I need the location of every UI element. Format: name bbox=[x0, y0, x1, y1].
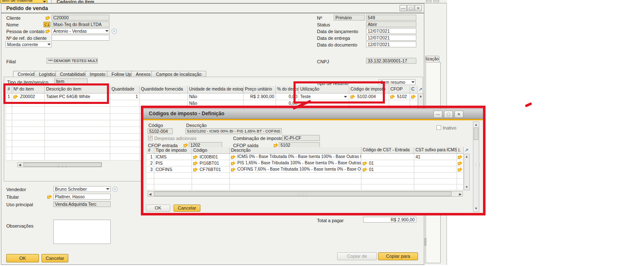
data-entrega-input[interactable]: 12/07/2021 bbox=[366, 35, 416, 41]
divider bbox=[51, 0, 52, 3]
total-pagar-label: Total a pagar bbox=[317, 218, 344, 223]
nome-label: Nome bbox=[6, 22, 18, 28]
col-quantidade[interactable]: Quantidade bbox=[110, 86, 140, 93]
list-circle-icon[interactable]: ≡ bbox=[112, 29, 117, 34]
data-lancamento-input[interactable]: 12/07/2021 bbox=[366, 28, 416, 34]
cnpj-label: CNPJ bbox=[317, 59, 329, 65]
status-field: Abrir bbox=[366, 21, 416, 27]
chevron-down-icon[interactable] bbox=[106, 188, 109, 190]
titular-input[interactable]: Plattner, Hasso bbox=[53, 194, 111, 200]
pessoa-contato-dropdown[interactable]: Antonio - Vendas bbox=[52, 28, 109, 34]
col-preco[interactable]: Preço unitário bbox=[244, 86, 276, 93]
cliente-label: Cliente bbox=[6, 16, 21, 21]
cell-um[interactable]: Não bbox=[188, 93, 244, 100]
cliente-field[interactable]: C20000 bbox=[52, 15, 109, 21]
chevron-down-icon[interactable] bbox=[411, 81, 415, 83]
item-material-combobox[interactable]: tem de material bbox=[0, 0, 47, 3]
filial-label: Filial bbox=[6, 59, 16, 65]
data-documento-label: Data do documento bbox=[317, 42, 357, 48]
status-label: Status bbox=[317, 22, 330, 28]
data-documento-input[interactable]: 12/07/2021 bbox=[366, 41, 416, 47]
chevron-down-icon bbox=[43, 1, 46, 3]
vendedor-label: Vendedor bbox=[6, 187, 26, 192]
cell-qtd-fornecida[interactable] bbox=[140, 93, 188, 100]
close-button[interactable]: ✕ bbox=[415, 5, 422, 11]
chevron-down-icon[interactable] bbox=[105, 30, 109, 32]
maximize-icon[interactable] bbox=[434, 0, 439, 2]
ok-button[interactable]: OK bbox=[6, 254, 39, 262]
col-cfop[interactable]: CFOP bbox=[389, 86, 410, 93]
filial-field: *** DEMOBR TESTES MULTI ** bbox=[47, 58, 98, 64]
data-lancamento-label: Data de lançamento bbox=[317, 29, 358, 34]
title-separator bbox=[1, 13, 424, 13]
minimize-icon[interactable] bbox=[426, 0, 431, 2]
tab-imposto[interactable]: Imposto bbox=[85, 71, 110, 77]
ref-cliente-input[interactable] bbox=[52, 35, 109, 41]
maximize-button[interactable]: ▢ bbox=[407, 5, 414, 11]
numero-label: Nº bbox=[317, 16, 322, 21]
numero-tipo-field[interactable]: Primário bbox=[334, 15, 365, 21]
c1-badge[interactable]: C1 bbox=[44, 22, 50, 27]
link-arrow-icon[interactable] bbox=[46, 29, 50, 33]
annotation-box-item-columns bbox=[3, 83, 109, 104]
total-pagar-field: R$ 2.900,00 bbox=[363, 217, 416, 223]
vendedor-dropdown[interactable]: Bruno Schreiber bbox=[53, 186, 111, 192]
window-title: Pedido de venda bbox=[6, 5, 48, 11]
pessoa-contato-label: Pessoa de contato bbox=[6, 29, 44, 34]
list-circle-icon[interactable]: ≡ bbox=[112, 187, 118, 192]
col-qtd-fornecida[interactable]: Quantidade fornecida bbox=[140, 86, 188, 93]
titular-label: Titular bbox=[6, 194, 19, 200]
tab-campos-localizacao[interactable]: Campos de localização bbox=[151, 71, 206, 77]
cell-cfop[interactable]: 5102 bbox=[389, 93, 410, 100]
uso-principal-label: Uso principal bbox=[6, 202, 33, 207]
moeda-dropdown[interactable]: Moeda corrente bbox=[5, 41, 52, 47]
link-arrow-icon[interactable] bbox=[390, 95, 395, 99]
cnpj-field: 33.132.303/0001-17 bbox=[366, 58, 416, 64]
link-arrow-icon[interactable] bbox=[47, 195, 52, 199]
ref-cliente-label: Nº de ref. do cliente bbox=[6, 36, 47, 41]
minimize-button[interactable]: — bbox=[400, 5, 407, 11]
cell-preco[interactable]: R$ 2.900,00 bbox=[244, 93, 276, 100]
annotation-box-utilizacao-imposto bbox=[293, 81, 385, 104]
annotation-box-dialog bbox=[141, 106, 486, 215]
observacoes-textarea[interactable] bbox=[53, 220, 111, 244]
uso-principal-field: Venda Adquirida Terc bbox=[53, 201, 111, 207]
cell-quantidade[interactable]: 1 bbox=[110, 93, 140, 100]
chevron-down-icon[interactable] bbox=[47, 44, 51, 45]
background-scroll-thumb[interactable] bbox=[425, 238, 426, 246]
annotation-dash-mark bbox=[525, 102, 532, 108]
grid-hscrollbar[interactable]: ◀ ⋮⋮⋮ bbox=[17, 162, 102, 167]
background-tab-localizacao[interactable]: lização bbox=[425, 56, 439, 62]
background-window-strip: tem de material Cadastro do item bbox=[0, 0, 447, 3]
col-c[interactable]: C bbox=[410, 86, 418, 93]
numero-field: 549 bbox=[366, 15, 416, 21]
expand-grid-icon[interactable]: ↗ bbox=[418, 87, 422, 92]
copiar-de-button[interactable]: Copiar de bbox=[337, 252, 377, 260]
data-entrega-label: Data de entrega bbox=[317, 36, 350, 41]
link-arrow-icon[interactable] bbox=[411, 95, 416, 99]
cancelar-button[interactable]: Cancelar bbox=[42, 254, 68, 262]
link-arrow-icon[interactable] bbox=[46, 16, 50, 20]
observacoes-label: Observações bbox=[6, 223, 34, 229]
nome-field[interactable]: Maxi-Teq do Brasil LTDA bbox=[52, 21, 109, 27]
background-window-title: Cadastro do item bbox=[57, 0, 94, 3]
col-um-estoque[interactable]: Unidade de medida de estoque bbox=[188, 86, 244, 93]
copiar-para-button[interactable]: Copiar para bbox=[378, 252, 418, 260]
cell-c[interactable] bbox=[410, 93, 418, 100]
